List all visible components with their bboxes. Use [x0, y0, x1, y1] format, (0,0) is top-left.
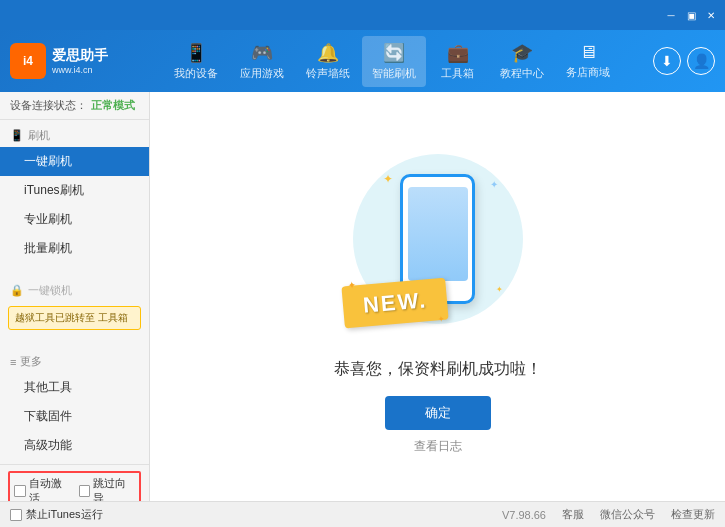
- nav-tabs: 📱 我的设备 🎮 应用游戏 🔔 铃声墙纸 🔄 智能刷机 💼 工具箱 🎓 教程中心…: [130, 36, 653, 87]
- tab-my-device-label: 我的设备: [174, 66, 218, 81]
- maximize-icon[interactable]: ▣: [683, 7, 699, 23]
- flash-section: 📱 刷机 一键刷机 iTunes刷机 专业刷机 批量刷机: [0, 120, 149, 267]
- sparkle-2: ✦: [490, 179, 498, 190]
- log-link[interactable]: 查看日志: [414, 438, 462, 455]
- sidebar: 设备连接状态： 正常模式 📱 刷机 一键刷机 iTunes刷机 专业刷机 批量刷…: [0, 92, 150, 501]
- more-section-header: ≡ 更多: [0, 350, 149, 373]
- sidebar-status: 设备连接状态： 正常模式: [0, 92, 149, 120]
- check-update-link[interactable]: 检查更新: [671, 507, 715, 522]
- sidebar-device-section: 自动激活 跳过向导 📱 iPhone 15 Pro Max 512GB iPho…: [0, 464, 149, 501]
- more-icon: ≡: [10, 356, 16, 368]
- auto-activate-checkbox[interactable]: [14, 485, 26, 497]
- ribbon-star-right: ✦: [437, 314, 445, 324]
- user-button[interactable]: 👤: [687, 47, 715, 75]
- sidebar-item-itunes-flash[interactable]: iTunes刷机: [0, 176, 149, 205]
- guided-activate-checkbox-item[interactable]: 跳过向导: [79, 476, 136, 501]
- sidebar-item-batch-flash[interactable]: 批量刷机: [0, 234, 149, 263]
- flash-section-label: 刷机: [28, 128, 50, 143]
- sidebar-item-pro-flash[interactable]: 专业刷机: [0, 205, 149, 234]
- success-illustration: ✦ ✦ ✦ NEW. ✦ ✦: [338, 139, 538, 339]
- tab-apps-label: 应用游戏: [240, 66, 284, 81]
- version-text: V7.98.66: [502, 509, 546, 521]
- tab-apps[interactable]: 🎮 应用游戏: [230, 36, 294, 87]
- status-mode: 正常模式: [91, 98, 135, 113]
- auto-activate-label: 自动激活: [29, 476, 71, 501]
- tab-tutorial-label: 教程中心: [500, 66, 544, 81]
- tab-toolbox-label: 工具箱: [441, 66, 474, 81]
- content-area: ✦ ✦ ✦ NEW. ✦ ✦ 恭喜您，保资料刷机成功啦！ 确定 查看日志: [150, 92, 725, 501]
- tutorial-icon: 🎓: [511, 42, 533, 64]
- tab-ringtones[interactable]: 🔔 铃声墙纸: [296, 36, 360, 87]
- status-bar-right: V7.98.66 客服 微信公众号 检查更新: [502, 507, 715, 522]
- guided-activate-label: 跳过向导: [93, 476, 135, 501]
- logo-main: 爱思助手: [52, 47, 108, 65]
- itunes-check-label: 禁止iTunes运行: [26, 507, 103, 522]
- ribbon-star-left: ✦: [346, 279, 355, 291]
- new-ribbon-text: NEW.: [361, 287, 427, 318]
- logo-icon: i4: [10, 43, 46, 79]
- sparkle-3: ✦: [496, 285, 503, 294]
- apps-icon: 🎮: [251, 42, 273, 64]
- customer-service-link[interactable]: 客服: [562, 507, 584, 522]
- tab-tutorial[interactable]: 🎓 教程中心: [490, 36, 554, 87]
- lock-section-label: 一键锁机: [28, 283, 72, 298]
- business-icon: 🖥: [579, 42, 597, 63]
- lock-section: 🔒 一键锁机 越狱工具已跳转至 工具箱: [0, 275, 149, 338]
- ringtones-icon: 🔔: [317, 42, 339, 64]
- wechat-link[interactable]: 微信公众号: [600, 507, 655, 522]
- sidebar-item-download-firmware[interactable]: 下载固件: [0, 402, 149, 431]
- auto-activate-checkbox-item[interactable]: 自动激活: [14, 476, 71, 501]
- sparkle-1: ✦: [383, 172, 393, 186]
- logo-sub: www.i4.cn: [52, 65, 108, 75]
- phone-screen: [408, 187, 468, 281]
- repair-notice: 越狱工具已跳转至 工具箱: [8, 306, 141, 330]
- success-text: 恭喜您，保资料刷机成功啦！: [334, 359, 542, 380]
- minimize-icon[interactable]: ─: [663, 7, 679, 23]
- status-bar-content: 禁止iTunes运行 V7.98.66 客服 微信公众号 检查更新: [10, 507, 715, 522]
- lock-section-header: 🔒 一键锁机: [0, 279, 149, 302]
- tab-business-label: 务店商域: [566, 65, 610, 80]
- tab-my-device[interactable]: 📱 我的设备: [164, 36, 228, 87]
- itunes-checkbox[interactable]: [10, 509, 22, 521]
- top-bar: ─ ▣ ✕: [0, 0, 725, 30]
- header: i4 爱思助手 www.i4.cn 📱 我的设备 🎮 应用游戏 🔔 铃声墙纸 🔄…: [0, 30, 725, 92]
- tab-ringtones-label: 铃声墙纸: [306, 66, 350, 81]
- itunes-check[interactable]: 禁止iTunes运行: [10, 507, 103, 522]
- tab-smart-flash[interactable]: 🔄 智能刷机: [362, 36, 426, 87]
- tab-toolbox[interactable]: 💼 工具箱: [428, 36, 488, 87]
- smart-flash-icon: 🔄: [383, 42, 405, 64]
- download-button[interactable]: ⬇: [653, 47, 681, 75]
- device-icon: 📱: [185, 42, 207, 64]
- confirm-button[interactable]: 确定: [385, 396, 491, 430]
- status-label: 设备连接状态：: [10, 98, 87, 113]
- more-section-label: 更多: [20, 354, 42, 369]
- status-bar: 禁止iTunes运行 V7.98.66 客服 微信公众号 检查更新: [0, 501, 725, 527]
- sidebar-item-other-tools[interactable]: 其他工具: [0, 373, 149, 402]
- tab-smart-flash-label: 智能刷机: [372, 66, 416, 81]
- close-icon[interactable]: ✕: [703, 7, 719, 23]
- logo-area: i4 爱思助手 www.i4.cn: [0, 43, 130, 79]
- header-right: ⬇ 👤: [653, 47, 725, 75]
- lock-icon: 🔒: [10, 284, 24, 297]
- new-ribbon: NEW. ✦ ✦: [341, 277, 448, 328]
- toolbox-icon: 💼: [447, 42, 469, 64]
- auto-activate-row: 自动激活 跳过向导: [8, 471, 141, 501]
- guided-activate-checkbox[interactable]: [79, 485, 91, 497]
- more-section: ≡ 更多 其他工具 下载固件 高级功能: [0, 346, 149, 464]
- flash-section-header: 📱 刷机: [0, 124, 149, 147]
- logo-text: 爱思助手 www.i4.cn: [52, 47, 108, 75]
- sidebar-item-advanced[interactable]: 高级功能: [0, 431, 149, 460]
- sidebar-item-one-key-flash[interactable]: 一键刷机: [0, 147, 149, 176]
- tab-business[interactable]: 🖥 务店商域: [556, 36, 620, 86]
- flash-section-icon: 📱: [10, 129, 24, 142]
